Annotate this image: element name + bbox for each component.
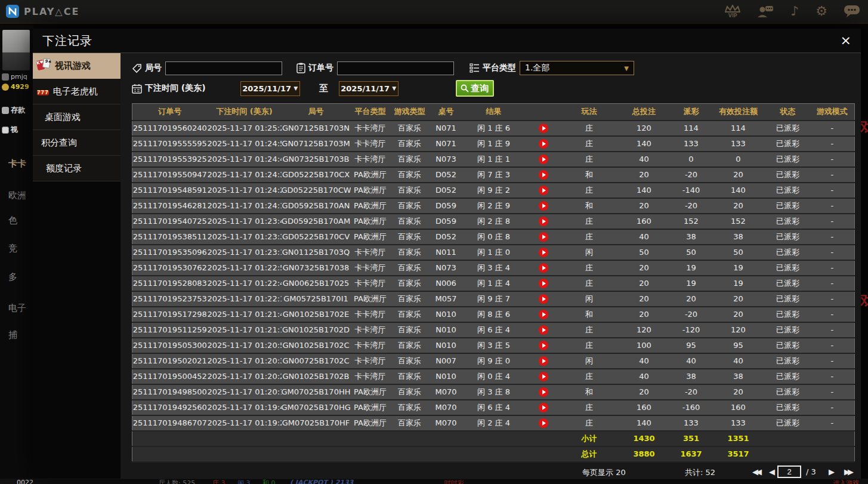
cell-result: 闲 1 庄 4 <box>463 276 525 291</box>
play-video-icon[interactable] <box>539 387 548 397</box>
cell-order: 251117019555595 <box>132 136 208 152</box>
background-nav-item[interactable]: 色 <box>8 215 17 226</box>
cell-play-video <box>525 136 562 152</box>
cell-round: GM05725B170I1 <box>282 291 351 307</box>
background-left-column: pmjq 4929 存款 视 卡卡欧洲色竞多电子捕 <box>0 25 33 484</box>
table-row: 2511170195053002025-11-17 01:20:52GN0102… <box>132 338 855 353</box>
cell-payout: 114 <box>672 121 711 136</box>
play-video-icon[interactable] <box>539 294 548 304</box>
cell-payout: -20 <box>672 198 711 214</box>
user-avatar[interactable] <box>2 30 30 70</box>
cell-game-type: 百家乐 <box>390 322 430 338</box>
column-header: 桌号 <box>430 104 463 121</box>
play-video-icon[interactable] <box>539 155 548 164</box>
cell-bet-time: 2025-11-17 01:22:19 <box>208 291 282 307</box>
play-video-icon[interactable] <box>539 201 548 211</box>
play-video-icon[interactable] <box>539 139 548 149</box>
cell-platform: 卡卡湾厅 <box>351 152 390 167</box>
cell-play-type: 闲 <box>562 245 617 260</box>
play-video-icon[interactable] <box>539 341 548 350</box>
cell-order: 251117019486707 <box>132 415 208 431</box>
cell-valid-bet: 152 <box>711 214 766 229</box>
play-video-icon[interactable] <box>539 279 548 288</box>
play-video-icon[interactable] <box>539 217 548 226</box>
page-number-input[interactable] <box>777 465 801 478</box>
last-page-icon[interactable]: ▶▶ <box>844 467 854 476</box>
cell-game-type: 百家乐 <box>390 229 430 245</box>
column-header: 下注时间 (美东) <box>208 104 282 121</box>
filter-row-2: 下注时间 (美东) 2025/11/17 ▼ 至 2025/11/17 ▼ 查询 <box>132 81 855 96</box>
background-nav-item[interactable]: 捕 <box>8 329 17 341</box>
cell-result: 闲 3 庄 4 <box>463 260 525 276</box>
username: pmjq <box>11 73 27 81</box>
vip-icon[interactable]: VIP <box>725 5 740 19</box>
cell-play-video <box>525 167 562 183</box>
cell-valid-bet: 19 <box>711 276 766 291</box>
play-video-icon[interactable] <box>539 248 548 257</box>
tab-label: 额度记录 <box>46 163 82 174</box>
tab-slots[interactable]: 777电子老虎机 <box>33 79 121 104</box>
close-icon[interactable]: × <box>841 34 851 47</box>
play-video-icon[interactable] <box>539 325 548 335</box>
cell-order: 251117019500452 <box>132 369 208 384</box>
playace-logo[interactable]: PLAY△CE <box>6 5 79 18</box>
cell-result: 闲 6 庄 4 <box>463 322 525 338</box>
music-icon[interactable]: ♪ <box>790 5 799 18</box>
play-video-icon[interactable] <box>539 124 548 133</box>
tab-quota-records[interactable]: 额度记录 <box>33 156 121 181</box>
date-from-picker[interactable]: 2025/11/17 ▼ <box>240 81 300 96</box>
prev-page-icon[interactable]: ◀ <box>769 467 775 476</box>
play-video-icon[interactable] <box>539 356 548 366</box>
cell-bet-time: 2025-11-17 01:24:13 <box>208 198 282 214</box>
cell-bet-time: 2025-11-17 01:23:15 <box>208 245 282 260</box>
tab-table-games[interactable]: 桌面游戏 <box>33 104 121 130</box>
cell-play-video <box>525 338 562 353</box>
background-nav-item[interactable]: 多 <box>8 272 17 283</box>
tab-points-query[interactable]: 积分查询 <box>33 130 121 156</box>
date-to-picker[interactable]: 2025/11/17 ▼ <box>339 81 399 96</box>
play-video-icon[interactable] <box>539 372 548 381</box>
cell-order: 251117019548591 <box>132 183 208 198</box>
background-nav-item[interactable]: 电子 <box>8 303 26 314</box>
cell-play-type: 庄 <box>562 136 617 152</box>
cell-result: 闲 9 庄 2 <box>463 183 525 198</box>
background-nav-item[interactable]: 竞 <box>8 243 17 254</box>
cell-play-video <box>525 307 562 322</box>
play-video-icon[interactable] <box>539 263 548 273</box>
cell-valid-bet: 20 <box>711 307 766 322</box>
cell-game-mode: - <box>810 152 855 167</box>
chevron-down-icon: ▼ <box>294 85 298 91</box>
platform-type-select[interactable]: 1.全部 ▼ <box>520 61 634 75</box>
table-row: 2511170195172982025-11-17 01:21:49GN0102… <box>132 307 855 322</box>
order-number-input[interactable] <box>337 61 454 75</box>
next-page-icon[interactable]: ▶ <box>829 467 835 476</box>
cell-payout: 133 <box>672 136 711 152</box>
cell-play-type: 庄 <box>562 369 617 384</box>
cell-table-no: M057 <box>430 291 463 307</box>
play-video-icon[interactable] <box>539 232 548 242</box>
cell-bet-time: 2025-11-17 01:19:49 <box>208 400 282 415</box>
play-video-icon[interactable] <box>539 170 548 180</box>
play-video-icon[interactable] <box>539 310 548 319</box>
query-button[interactable]: 查询 <box>456 80 494 97</box>
cell-bet-time: 2025-11-17 01:22:40 <box>208 276 282 291</box>
first-page-icon[interactable]: ◀◀ <box>752 467 762 476</box>
cell-play-type: 和 <box>562 198 617 214</box>
background-nav-item[interactable]: 卡卡 <box>8 158 26 169</box>
video-category-row[interactable]: 视 <box>2 125 33 135</box>
cell-play-type: 庄 <box>562 322 617 338</box>
play-video-icon[interactable] <box>539 403 548 412</box>
messages-icon[interactable] <box>844 5 860 18</box>
customer-support-icon[interactable] <box>757 5 774 18</box>
cell-play-video <box>525 198 562 214</box>
cell-round: GN00725B1702C <box>282 353 351 369</box>
deposit-row[interactable]: 存款 <box>2 105 33 115</box>
tab-video-games[interactable]: K♥9♠视讯游戏 <box>33 53 121 79</box>
sum-spacer <box>132 446 562 462</box>
play-video-icon[interactable] <box>539 186 548 195</box>
table-row: 2511170194867072025-11-17 01:19:20GM0702… <box>132 415 855 431</box>
background-nav-item[interactable]: 欧洲 <box>8 190 26 201</box>
settings-gear-icon[interactable]: ⚙ <box>816 5 827 18</box>
round-number-input[interactable] <box>165 61 282 75</box>
play-video-icon[interactable] <box>539 418 548 428</box>
